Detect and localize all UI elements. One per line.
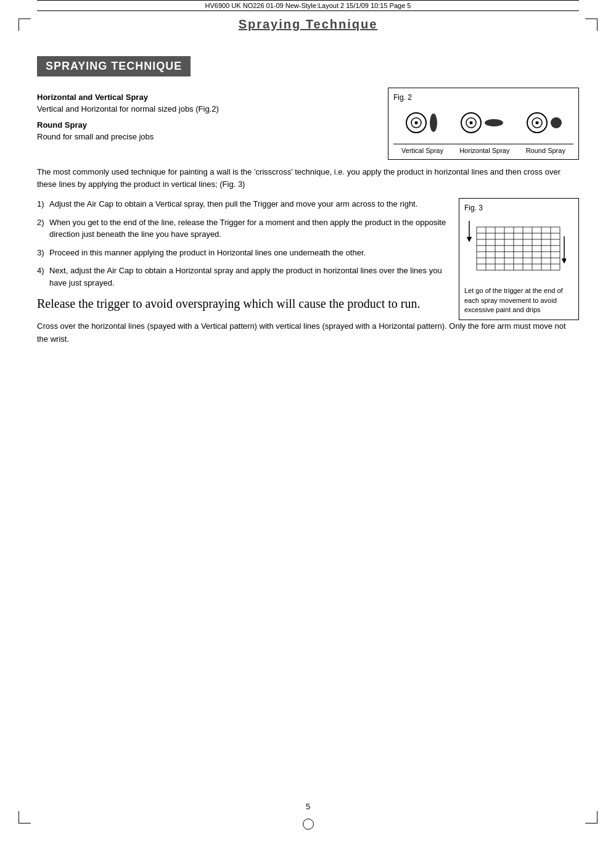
corner-mark-bl <box>18 811 31 823</box>
list-text-2: When you get to the end of the line, rel… <box>49 217 448 241</box>
list-text-1: Adjust the Air Cap to obtain a Vertical … <box>49 198 417 210</box>
round-spray-text: Round for small and precise jobs <box>37 131 376 143</box>
vertical-spray-item <box>405 112 437 134</box>
round-spray-icon <box>526 112 562 134</box>
list-num-1: 1) <box>37 198 47 210</box>
fig3-box: Fig. 3 <box>459 198 579 320</box>
horizontal-vertical-text: Vertical and Horizontal for normal sized… <box>37 103 376 115</box>
page-header-title: Spraying Technique <box>37 11 579 44</box>
fig2-label: Fig. 2 <box>393 93 573 102</box>
fig3-grid-svg <box>464 215 566 283</box>
horizontal-spray-item <box>460 112 503 134</box>
list-item-2: 2) When you get to the end of the line, … <box>37 217 448 241</box>
fig2-column: Fig. 2 <box>388 88 579 160</box>
intro-two-col: Horizontal and Vertical Spray Vertical a… <box>37 88 579 160</box>
list-item-1: 1) Adjust the Air Cap to obtain a Vertic… <box>37 198 448 210</box>
svg-point-2 <box>414 122 417 125</box>
fig2-box: Fig. 2 <box>388 88 579 160</box>
fig3-caption: Let go of the trigger at the end of each… <box>464 286 573 315</box>
corner-mark-tr <box>585 19 598 31</box>
list-fig3-area: Fig. 3 <box>37 198 579 320</box>
list-num-2: 2) <box>37 217 47 241</box>
header-text: HV6900 UK NO226 01-09 New-Style:Layout 2… <box>205 2 411 9</box>
round-spray-svg <box>526 112 548 134</box>
corner-mark-br <box>585 811 598 823</box>
vertical-spray-svg <box>405 112 427 134</box>
round-dot <box>551 117 562 128</box>
list-text-3: Proceed in this manner applying the prod… <box>49 247 366 259</box>
page-number: 5 <box>306 802 310 811</box>
round-spray-item <box>526 112 562 134</box>
header-bar: HV6900 UK NO226 01-09 New-Style:Layout 2… <box>37 0 579 11</box>
vertical-spray-icon <box>405 112 437 134</box>
svg-point-8 <box>536 122 539 125</box>
body-text: The most commonly used technique for pai… <box>37 166 579 191</box>
spray-illustrations <box>393 105 573 140</box>
corner-mark-tl <box>18 19 31 31</box>
final-text: Cross over the horizontal lines (spayed … <box>37 320 579 345</box>
list-item-3: 3) Proceed in this manner applying the p… <box>37 247 448 259</box>
section-title: SPRAYING TECHNIQUE <box>37 56 191 76</box>
fig3-label: Fig. 3 <box>464 204 573 212</box>
horizontal-spray-icon <box>460 112 503 134</box>
svg-point-5 <box>469 122 472 125</box>
center-bottom-mark <box>303 819 314 830</box>
list-num-3: 3) <box>37 247 47 259</box>
main-content: SPRAYING TECHNIQUE Horizontal and Vertic… <box>37 44 579 345</box>
round-spray-caption: Round Spray <box>526 147 565 154</box>
list-item-4: 4) Next, adjust the Air Cap to obtain a … <box>37 265 448 289</box>
left-col: Horizontal and Vertical Spray Vertical a… <box>37 88 376 160</box>
vertical-oval <box>430 114 437 132</box>
vertical-spray-caption: Vertical Spray <box>401 147 443 154</box>
horizontal-oval <box>485 119 503 126</box>
round-spray-label: Round Spray <box>37 120 376 130</box>
list-text-4: Next, adjust the Air Cap to obtain a Hor… <box>49 265 448 289</box>
spray-captions: Vertical Spray Horizontal Spray Round Sp… <box>393 144 573 154</box>
horizontal-vertical-label: Horizontal and Vertical Spray <box>37 93 376 102</box>
horizontal-spray-caption: Horizontal Spray <box>459 147 509 154</box>
list-num-4: 4) <box>37 265 47 289</box>
horizontal-spray-svg <box>460 112 482 134</box>
